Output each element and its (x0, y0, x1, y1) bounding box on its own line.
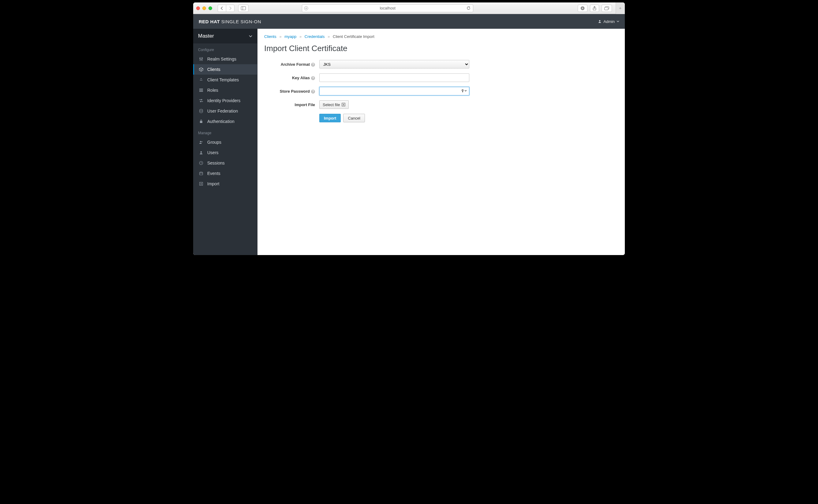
breadcrumb-current: Client Certificate Import (333, 34, 374, 39)
cancel-button[interactable]: Cancel (343, 114, 365, 122)
sidebar-item-label: Identity Providers (207, 98, 240, 103)
sidebar-item-label: Clients (207, 67, 221, 72)
user-name: Admin (603, 19, 615, 24)
section-configure: Configure (193, 43, 257, 54)
tabs-button[interactable] (601, 5, 612, 12)
downloads-button[interactable] (578, 5, 587, 12)
user-icon (199, 150, 204, 155)
realm-name: Master (198, 33, 214, 39)
lock-icon (199, 119, 204, 124)
breadcrumb-sep: » (279, 34, 281, 39)
exchange-icon (199, 98, 204, 103)
sidebar-item-roles[interactable]: Roles (193, 85, 257, 95)
sidebar-item-label: User Federation (207, 109, 238, 113)
cubes-icon (199, 78, 204, 82)
sidebar-item-user-federation[interactable]: User Federation (193, 106, 257, 116)
svg-rect-20 (200, 121, 202, 123)
breadcrumb: Clients » myapp » Credentials » Client C… (264, 34, 618, 39)
calendar-icon (199, 171, 204, 176)
address-host: localhost (380, 6, 396, 10)
sidebar-item-realm-settings[interactable]: Realm Settings (193, 54, 257, 64)
svg-point-21 (200, 141, 201, 142)
help-icon[interactable]: ? (311, 63, 315, 67)
store-password-input[interactable] (319, 87, 469, 95)
database-icon (199, 109, 204, 113)
browser-window: localhost ＋ RED HAT SINGL (193, 2, 625, 255)
zoom-window-icon[interactable] (209, 6, 212, 10)
label-store-password: Store Password? (264, 89, 319, 94)
breadcrumb-link-credentials[interactable]: Credentials (305, 34, 325, 39)
sidebar-item-users[interactable]: Users (193, 147, 257, 158)
archive-format-select[interactable]: JKS (319, 60, 469, 69)
svg-rect-25 (199, 172, 202, 175)
svg-point-13 (199, 58, 200, 59)
sidebar-item-label: Import (207, 181, 220, 186)
import-icon (199, 182, 204, 186)
breadcrumb-link-clients[interactable]: Clients (264, 34, 277, 39)
clock-icon (199, 161, 204, 165)
chevron-down-icon (617, 20, 619, 22)
chevron-down-icon (249, 35, 252, 37)
sidebar-item-label: Events (207, 171, 221, 176)
svg-point-14 (200, 59, 201, 60)
back-button[interactable] (218, 5, 226, 12)
svg-rect-17 (199, 90, 203, 91)
browser-toolbar: localhost ＋ (193, 2, 625, 14)
select-file-label: Select file (323, 102, 340, 107)
breadcrumb-sep: » (299, 34, 302, 39)
brand-bold: RED HAT (199, 19, 220, 24)
label-import-file: Import File (264, 102, 319, 107)
select-file-button[interactable]: Select file (319, 100, 349, 109)
sidebar-item-label: Sessions (207, 161, 225, 165)
brand-rest: SINGLE SIGN-ON (220, 19, 261, 24)
sidebar-item-label: Realm Settings (207, 57, 236, 61)
breadcrumb-link-myapp[interactable]: myapp (285, 34, 296, 39)
user-icon (598, 20, 601, 23)
svg-rect-8 (604, 7, 608, 10)
sidebar-item-authentication[interactable]: Authentication (193, 116, 257, 127)
import-icon (342, 103, 345, 106)
help-icon[interactable]: ? (311, 76, 315, 80)
sidebar-item-identity-providers[interactable]: Identity Providers (193, 95, 257, 106)
sidebar: Master Configure Realm Settings Clients (193, 29, 258, 255)
help-icon[interactable]: ? (311, 90, 315, 94)
sidebar-item-label: Groups (207, 140, 221, 145)
sidebar-item-clients[interactable]: Clients (193, 64, 257, 75)
new-tab-button[interactable]: ＋ (616, 2, 625, 14)
minimize-window-icon[interactable] (202, 6, 206, 10)
section-manage: Manage (193, 127, 257, 137)
user-menu[interactable]: Admin (598, 19, 619, 24)
import-button[interactable]: Import (319, 114, 341, 122)
realm-selector[interactable]: Master (193, 29, 257, 43)
close-window-icon[interactable] (196, 6, 200, 10)
svg-point-23 (200, 151, 202, 153)
sidebar-item-label: Users (207, 150, 219, 155)
sidebar-item-label: Authentication (207, 119, 235, 124)
brand: RED HAT SINGLE SIGN-ON (199, 19, 261, 24)
key-alias-input[interactable] (319, 73, 469, 82)
share-button[interactable] (590, 5, 599, 12)
address-bar[interactable]: localhost (302, 4, 473, 12)
page-title: Import Client Certificate (264, 44, 618, 53)
sidebar-item-events[interactable]: Events (193, 168, 257, 179)
list-icon (199, 88, 204, 92)
app-header: RED HAT SINGLE SIGN-ON Admin (193, 14, 625, 29)
sidebar-item-groups[interactable]: Groups (193, 137, 257, 147)
sidebar-item-sessions[interactable]: Sessions (193, 158, 257, 168)
forward-button[interactable] (226, 5, 235, 12)
sidebar-item-label: Roles (207, 88, 218, 93)
svg-point-22 (201, 141, 202, 142)
sidebar-item-label: Client Templates (207, 77, 239, 82)
svg-rect-16 (199, 89, 203, 89)
label-key-alias: Key Alias? (264, 76, 319, 80)
cube-icon (199, 67, 204, 72)
svg-rect-0 (241, 6, 246, 10)
group-icon (199, 140, 204, 144)
reload-icon[interactable] (467, 6, 470, 10)
sidebar-item-client-templates[interactable]: Client Templates (193, 75, 257, 85)
label-archive-format: Archive Format? (264, 62, 319, 67)
svg-rect-18 (199, 91, 203, 92)
svg-point-19 (199, 109, 202, 110)
sidebar-item-import[interactable]: Import (193, 179, 257, 189)
sidebar-toggle-button[interactable] (238, 5, 249, 12)
